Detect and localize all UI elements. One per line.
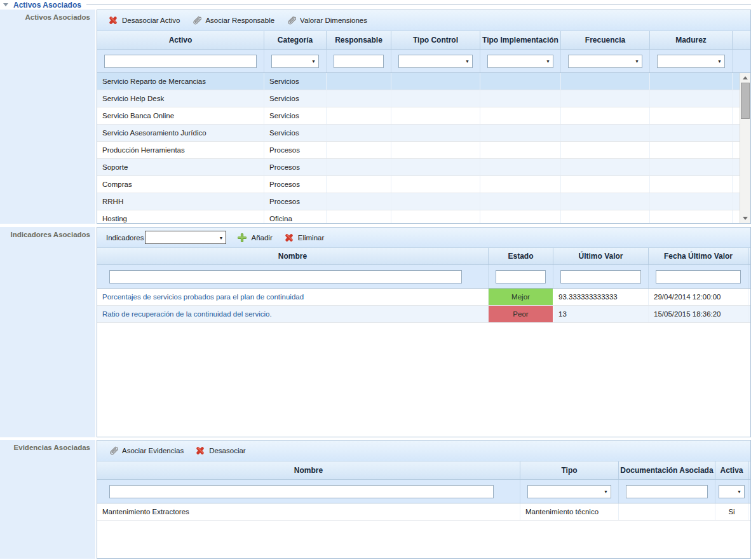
- evidencias-header-row: Nombre Tipo Documentación Asociada Activ…: [97, 461, 750, 480]
- column-header-documentacion[interactable]: Documentación Asociada: [619, 461, 715, 479]
- filter-input-nombre[interactable]: [109, 270, 462, 283]
- legend-title[interactable]: Activos Asociados: [13, 1, 81, 10]
- activos-table-row[interactable]: Servicio Asesoramiento Jurídico Servicio…: [97, 125, 750, 142]
- filter-input-nombre[interactable]: [109, 485, 494, 498]
- filter-input-estado[interactable]: [496, 270, 546, 283]
- activos-table-row[interactable]: Servicio Banca Online Servicios: [97, 107, 750, 125]
- cell-activo: Producción Herramientas: [97, 142, 264, 158]
- column-header-nombre[interactable]: Nombre: [97, 461, 520, 479]
- scroll-down-arrow-icon: [743, 217, 748, 220]
- evidencias-panel-label: Evidencias Asociadas: [0, 440, 95, 451]
- indicadores-select[interactable]: [145, 231, 226, 244]
- filter-select-tipo-implementacion[interactable]: [487, 55, 553, 68]
- cell-categoria: Procesos: [264, 142, 327, 158]
- filter-select-tipo-control[interactable]: [398, 55, 473, 68]
- column-header-ultimo-valor[interactable]: Último Valor: [553, 248, 649, 264]
- filter-input-ultimo-valor[interactable]: [560, 270, 641, 283]
- cell-categoria: Procesos: [264, 159, 327, 175]
- activos-table-row[interactable]: Soporte Procesos: [97, 159, 750, 176]
- section-activos: Activos Asociados Desasociar Activo Asoc…: [0, 10, 751, 224]
- indicadores-table-body: Porcentajes de servicios probados para e…: [97, 289, 750, 437]
- indicator-link[interactable]: Porcentajes de servicios probados para e…: [97, 289, 489, 305]
- column-header-activa[interactable]: Activa: [715, 461, 748, 479]
- column-header-filler: [748, 248, 750, 264]
- scroll-up-arrow-icon: [743, 76, 748, 79]
- indicadores-table-row[interactable]: Ratio de recuperación de la continuidad …: [97, 306, 750, 323]
- column-header-madurez[interactable]: Madurez: [650, 31, 733, 49]
- desasociar-activo-label: Desasociar Activo: [122, 17, 180, 24]
- column-header-activo[interactable]: Activo: [97, 31, 264, 49]
- filter-input-documentacion[interactable]: [626, 485, 708, 498]
- column-header-tipo-control[interactable]: Tipo Control: [391, 31, 480, 49]
- asociar-responsable-button[interactable]: Asociar Responsable: [186, 10, 280, 31]
- anadir-button[interactable]: Añadir: [231, 228, 278, 247]
- cell-activo: Servicio Reparto de Mercancias: [97, 73, 264, 90]
- evidencias-filter-row: [97, 480, 750, 503]
- activos-header-row: Activo Categoría Responsable Tipo Contro…: [97, 31, 750, 50]
- activos-table-body: Servicio Reparto de Mercancias Servicios…: [97, 73, 750, 223]
- scroll-down-button[interactable]: [740, 214, 750, 223]
- asociar-evidencias-label: Asociar Evidencias: [122, 447, 184, 454]
- scroll-thumb[interactable]: [741, 83, 750, 119]
- scroll-up-button[interactable]: [740, 73, 750, 83]
- cell-activo: Servicio Asesoramiento Jurídico: [97, 125, 264, 141]
- paperclip-icon: [191, 15, 201, 25]
- column-header-fecha-ultimo-valor[interactable]: Fecha Último Valor: [649, 248, 748, 264]
- page: Activos Asociados Activos Asociados Desa…: [0, 0, 751, 560]
- activos-toolbar: Desasociar Activo Asociar Responsable Va…: [97, 10, 750, 31]
- column-header-nombre[interactable]: Nombre: [97, 248, 489, 264]
- activos-table-row[interactable]: Producción Herramientas Procesos: [97, 142, 750, 159]
- cell-categoria: Procesos: [264, 193, 327, 210]
- cell-categoria: Servicios: [264, 73, 327, 90]
- filter-input-activo[interactable]: [104, 55, 257, 68]
- desasociar-evidencia-label: Desasociar: [209, 447, 246, 454]
- indicadores-table-row[interactable]: Porcentajes de servicios probados para e…: [97, 289, 750, 306]
- cell-categoria: Servicios: [264, 107, 327, 124]
- indicadores-content: Indicadores Añadir Eliminar Nombre Estad…: [97, 227, 751, 437]
- indicadores-select-label: Indicadores: [106, 234, 144, 242]
- filter-select-frecuencia[interactable]: [568, 55, 642, 68]
- column-header-tipo-implementacion[interactable]: Tipo Implementación: [480, 31, 561, 49]
- column-header-categoria[interactable]: Categoría: [264, 31, 327, 49]
- valorar-dimensiones-label: Valorar Dimensiones: [300, 17, 367, 24]
- filter-select-activa[interactable]: [719, 485, 745, 498]
- desasociar-activo-button[interactable]: Desasociar Activo: [102, 10, 186, 31]
- activos-table-row[interactable]: Compras Procesos: [97, 176, 750, 193]
- activos-table-row[interactable]: Servicio Help Desk Servicios: [97, 90, 750, 107]
- column-header-tipo[interactable]: Tipo: [520, 461, 619, 479]
- asociar-responsable-label: Asociar Responsable: [205, 17, 274, 24]
- activos-content: Desasociar Activo Asociar Responsable Va…: [97, 10, 751, 224]
- filter-input-responsable[interactable]: [334, 55, 384, 68]
- cell-categoria: Procesos: [264, 176, 327, 193]
- activos-table-row[interactable]: RRHH Procesos: [97, 193, 750, 210]
- indicator-link[interactable]: Ratio de recuperación de la continuidad …: [97, 306, 489, 322]
- asociar-evidencias-button[interactable]: Asociar Evidencias: [102, 440, 189, 461]
- cell-ultimo-valor: 13: [553, 306, 649, 322]
- column-header-responsable[interactable]: Responsable: [327, 31, 391, 49]
- cell-activo: Hosting: [97, 210, 264, 223]
- filter-select-categoria[interactable]: [271, 55, 319, 68]
- vertical-scrollbar[interactable]: [740, 73, 750, 223]
- estado-badge: Peor: [489, 306, 553, 322]
- cell-activo: Soporte: [97, 159, 264, 175]
- legend-divider: [86, 4, 751, 5]
- desasociar-evidencia-button[interactable]: Desasociar: [189, 440, 252, 461]
- indicadores-header-row: Nombre Estado Último Valor Fecha Último …: [97, 248, 750, 265]
- filter-select-tipo[interactable]: [527, 485, 611, 498]
- evidencias-table-row[interactable]: Mantenimiento Extractores Mantenimiento …: [97, 503, 750, 521]
- column-header-filler: [748, 461, 750, 479]
- column-header-filler: [733, 31, 750, 49]
- column-header-estado[interactable]: Estado: [489, 248, 553, 264]
- activos-table-row[interactable]: Hosting Oficina: [97, 210, 750, 223]
- eliminar-button[interactable]: Eliminar: [278, 228, 330, 247]
- cell-activo: Compras: [97, 176, 264, 193]
- cell-activo: Servicio Banca Online: [97, 107, 264, 124]
- collapse-arrow-icon[interactable]: [3, 3, 8, 6]
- valorar-dimensiones-button[interactable]: Valorar Dimensiones: [280, 10, 373, 31]
- cell-categoria: Oficina: [264, 210, 327, 223]
- activos-table-row[interactable]: Servicio Reparto de Mercancias Servicios: [97, 73, 750, 90]
- filter-select-madurez[interactable]: [657, 55, 725, 68]
- fieldset-legend: Activos Asociados: [0, 0, 751, 10]
- column-header-frecuencia[interactable]: Frecuencia: [561, 31, 650, 49]
- filter-input-fecha[interactable]: [656, 270, 741, 283]
